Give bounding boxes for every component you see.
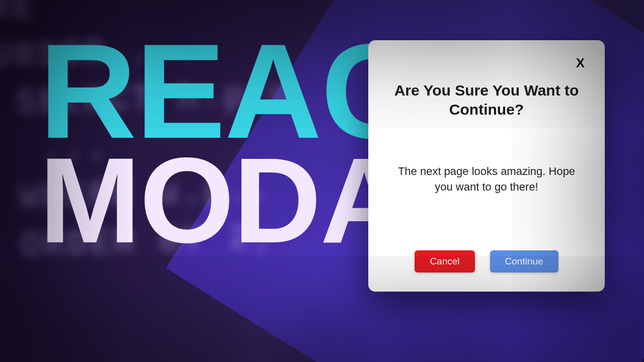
modal-heading: Are You Sure You Want to Continue?	[386, 81, 587, 120]
continue-button[interactable]: Continue	[490, 250, 558, 273]
cancel-button[interactable]: Cancel	[415, 250, 474, 273]
modal-button-row: Cancel Continue	[386, 250, 587, 275]
close-icon[interactable]: X	[574, 54, 587, 72]
modal-body-text: The next page looks amazing. Hope you wa…	[386, 164, 587, 195]
confirm-modal: X Are You Sure You Want to Continue? The…	[368, 40, 605, 292]
